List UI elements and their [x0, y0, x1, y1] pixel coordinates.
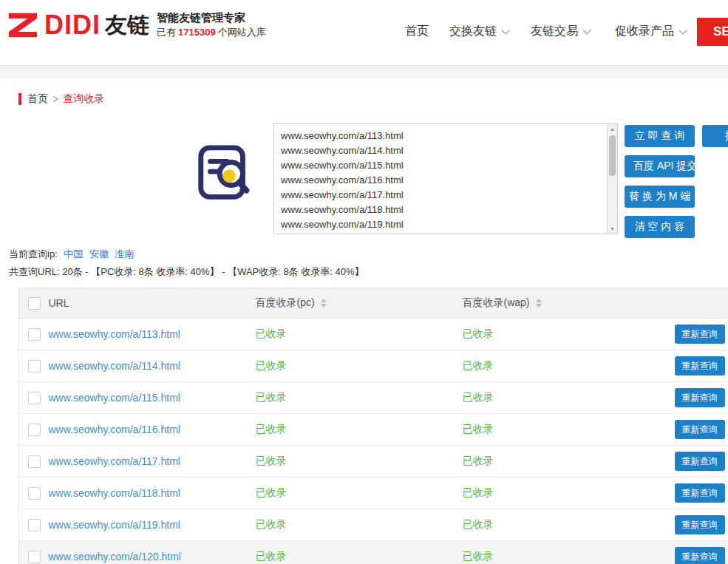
nav-item-label: 交换友链 [449, 24, 497, 37]
wap-status: 已收录 [463, 359, 494, 371]
row-url-link[interactable]: www.seowhy.com/a/119.html [49, 519, 180, 531]
requery-button[interactable]: 重新查询 [675, 356, 725, 376]
pc-status: 已收录 [256, 455, 287, 466]
wap-status: 已收录 [463, 327, 494, 339]
pc-status: 已收录 [256, 518, 287, 530]
breadcrumb-accent-bar [18, 93, 21, 105]
pc-status: 已收录 [256, 550, 287, 562]
row-checkbox[interactable] [28, 360, 41, 373]
row-url-link[interactable]: www.seowhy.com/a/115.html [49, 392, 180, 404]
row-url-link[interactable]: www.seowhy.com/a/117.html [49, 455, 180, 467]
requery-button[interactable]: 重新查询 [675, 420, 725, 439]
row-checkbox[interactable] [28, 519, 41, 531]
column-header-wap: 百度收录(wap) [463, 296, 530, 308]
nav-item-exchange-links[interactable]: 交换友链 [449, 24, 507, 39]
logo[interactable]: DIDI 友链 智能友链管理专家 已有1715309个网站入库 [6, 10, 266, 40]
column-header-url: URL [49, 297, 69, 309]
clear-content-button[interactable]: 清 空 内 容 [625, 216, 695, 238]
row-url-link[interactable]: www.seowhy.com/a/116.html [49, 424, 180, 435]
table-row: www.seowhy.com/a/118.html 已收录 已收录 重新查询 [19, 478, 728, 509]
scrollbar-thumb[interactable] [609, 135, 616, 176]
row-checkbox[interactable] [28, 487, 41, 500]
wap-status: 已收录 [463, 423, 494, 435]
results-table: URL 百度收录(pc) 百度收录(wap) www.seowhy.com/a/… [18, 288, 728, 564]
replace-mobile-button[interactable]: 替 换 为 M 端 [625, 186, 695, 208]
nav-item-indexing-products[interactable]: 促收录产品 [615, 24, 684, 39]
nav-item-label: 首页 [405, 24, 429, 37]
requery-button[interactable]: 重新查询 [675, 547, 725, 564]
tagline-block: 智能友链管理专家 已有1715309个网站入库 [157, 10, 266, 40]
header-separator [0, 66, 728, 78]
nav-item-link-trade[interactable]: 友链交易 [531, 24, 588, 39]
table-header-row: URL 百度收录(pc) 百度收录(wap) [19, 288, 728, 319]
query-section: www.seowhy.com/a/113.html www.seowhy.com… [0, 123, 728, 242]
column-header-pc: 百度收录(pc) [256, 296, 315, 308]
ip-link-country[interactable]: 中国 [64, 248, 83, 259]
nav-item-label: 友链交易 [531, 24, 578, 37]
page: DIDI 友链 智能友链管理专家 已有1715309个网站入库 首页 交换友链 … [0, 0, 728, 564]
row-checkbox[interactable] [28, 392, 41, 404]
requery-button[interactable]: 重新查询 [675, 483, 725, 503]
row-checkbox[interactable] [28, 455, 41, 468]
query-now-button[interactable]: 立 即 查 询 [625, 125, 695, 147]
wap-status: 已收录 [463, 455, 494, 466]
brand-text: DIDI [44, 12, 101, 38]
breadcrumb-separator: > [52, 93, 58, 105]
seo-cta-button[interactable]: SEO [697, 18, 728, 46]
row-url-link[interactable]: www.seowhy.com/a/113.html [49, 328, 180, 340]
logo-icon [6, 10, 40, 40]
pc-status: 已收录 [256, 327, 287, 339]
brand-cn-text: 友链 [105, 14, 149, 36]
baidu-api-submit-button[interactable]: 百度 API 提交 [625, 155, 695, 177]
select-all-checkbox[interactable] [28, 297, 41, 310]
breadcrumb-home-link[interactable]: 首页 [27, 92, 48, 106]
row-checkbox[interactable] [28, 424, 41, 436]
header: DIDI 友链 智能友链管理专家 已有1715309个网站入库 首页 交换友链 … [0, 0, 728, 66]
table-row: www.seowhy.com/a/116.html 已收录 已收录 重新查询 [19, 414, 728, 446]
ip-link-province[interactable]: 安徽 [89, 248, 109, 259]
sort-wap-icon[interactable] [536, 299, 542, 308]
row-url-link[interactable]: www.seowhy.com/a/118.html [49, 487, 180, 499]
requery-button[interactable]: 重新查询 [675, 515, 725, 534]
document-search-icon [194, 142, 259, 207]
pc-status: 已收录 [256, 486, 287, 498]
scrollbar-up-arrow[interactable]: ▲ [608, 124, 617, 134]
scrollbar-down-arrow[interactable]: ▼ [608, 224, 617, 234]
current-ip-line: 当前查询ip: 中国 安徽 淮南 [9, 248, 728, 261]
row-url-link[interactable]: www.seowhy.com/a/114.html [49, 360, 180, 372]
breadcrumb: 首页 > 查询收录 [18, 92, 728, 106]
table-row: www.seowhy.com/a/115.html 已收录 已收录 重新查询 [19, 382, 728, 414]
requery-button[interactable]: 重新查询 [675, 388, 725, 407]
requery-button[interactable]: 重新查询 [675, 452, 725, 471]
tagline: 智能友链管理专家 [157, 10, 266, 25]
ip-label: 当前查询ip: [9, 248, 58, 259]
chevron-down-icon [678, 26, 687, 34]
table-row: www.seowhy.com/a/117.html 已收录 已收录 重新查询 [19, 446, 728, 478]
stats-suffix: 个网站入库 [218, 27, 266, 38]
pc-status: 已收录 [256, 423, 287, 435]
nav-item-home[interactable]: 首页 [405, 24, 429, 39]
row-checkbox[interactable] [28, 551, 41, 563]
stats-prefix: 已有 [157, 27, 176, 38]
pc-status: 已收录 [256, 359, 287, 371]
wap-status: 已收录 [463, 486, 494, 498]
breadcrumb-current: 查询收录 [63, 92, 104, 106]
sort-pc-icon[interactable] [321, 299, 327, 308]
table-row: www.seowhy.com/a/120.html 已收录 已收录 重新查询 [19, 541, 728, 564]
extract-button[interactable]: 提取 [702, 125, 728, 147]
table-row: www.seowhy.com/a/119.html 已收录 已收录 重新查询 [19, 509, 728, 541]
ip-link-city[interactable]: 淮南 [115, 248, 135, 259]
chevron-down-icon [501, 26, 509, 34]
row-checkbox[interactable] [28, 328, 41, 341]
textarea-scrollbar[interactable]: ▲ ▼ [607, 124, 617, 234]
query-summary-line: 共查询URL: 20条 - 【PC收录: 8条 收录率: 40%】 - 【WAP… [9, 265, 728, 279]
pc-status: 已收录 [256, 391, 287, 403]
nav-item-label: 促收录产品 [615, 24, 674, 37]
table-row: www.seowhy.com/a/113.html 已收录 已收录 重新查询 [19, 319, 728, 350]
row-url-link[interactable]: www.seowhy.com/a/120.html [49, 551, 181, 563]
requery-button[interactable]: 重新查询 [675, 325, 725, 344]
table-row: www.seowhy.com/a/114.html 已收录 已收录 重新查询 [19, 350, 728, 382]
wap-status: 已收录 [463, 391, 494, 403]
urls-textarea[interactable]: www.seowhy.com/a/113.html www.seowhy.com… [273, 123, 618, 234]
wap-status: 已收录 [463, 518, 494, 530]
